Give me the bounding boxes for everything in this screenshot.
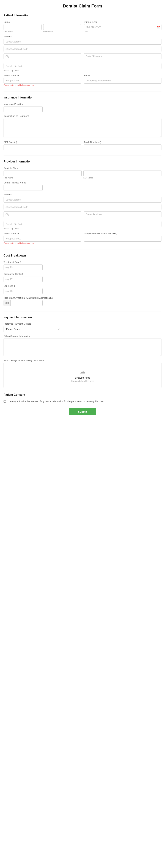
provider-postal-input[interactable] (4, 221, 161, 227)
cost-breakdown-section: Cost Breakdown Treatment Cost $ Diagnost… (4, 254, 161, 306)
treatment-cost-input[interactable] (4, 264, 43, 270)
dentist-name-label: Dentist's Name (4, 167, 161, 169)
npi-input[interactable] (84, 236, 161, 242)
provider-information-section: Provider Information Dentist's Name Firs… (4, 160, 161, 244)
provider-phone-input[interactable] (4, 236, 81, 242)
consent-row: I hereby authorize the release of my den… (4, 400, 161, 403)
address-label: Address (4, 35, 161, 38)
payment-section-title: Payment Information (4, 316, 161, 320)
consent-text: I hereby authorize the release of my den… (8, 400, 105, 403)
email-input[interactable] (84, 78, 161, 84)
provider-state-input[interactable] (84, 211, 161, 217)
cpt-tooth-row: CPT Code(s) Tooth Number(s) (4, 141, 161, 150)
insurance-information-section: Insurance Information Insurance Provider… (4, 96, 161, 150)
city-input[interactable] (4, 53, 81, 59)
provider-phone-hint: Please enter a valid phone number. (4, 242, 81, 244)
last-name-col: Last Name (43, 24, 81, 33)
treatment-cost-label: Treatment Cost $ (4, 261, 161, 264)
dentist-first-input[interactable] (4, 170, 82, 176)
provider-phone-col: Phone Number Please enter a valid phone … (4, 232, 81, 244)
provider-street2-input[interactable] (4, 204, 161, 210)
insurance-provider-input[interactable] (4, 106, 43, 112)
first-name-input[interactable] (4, 24, 42, 30)
name-col: Name First Name Last Name (4, 21, 81, 33)
cpt-col: CPT Code(s) (4, 141, 81, 150)
street2-input[interactable] (4, 46, 161, 52)
dob-sublabel: Date (84, 31, 161, 33)
browse-files-label[interactable]: Browse Files (7, 376, 158, 379)
street1-input[interactable] (4, 39, 161, 44)
last-name-input[interactable] (43, 24, 81, 30)
provider-phone-label: Phone Number (4, 232, 81, 235)
tooth-col: Tooth Number(s) (84, 141, 161, 150)
drag-hint: Drag and drop files here (7, 380, 158, 382)
payment-method-label: Preferred Payment Method (4, 322, 161, 325)
patient-consent-section: Patient Consent I hereby authorize the r… (4, 393, 161, 403)
description-group: Description of Treatment (4, 115, 161, 138)
phone-hint: Please enter a valid phone number. (4, 84, 81, 86)
name-field-group: Name First Name Last Name Date of Birth (4, 21, 161, 33)
payment-information-section: Payment Information Preferred Payment Me… (4, 316, 161, 388)
total-claim-wrapper: $ 0 (4, 300, 43, 306)
postal-sublabel: Postal / Zip Code (4, 69, 161, 72)
patient-information-section: Patient Information Name First Name Last… (4, 14, 161, 86)
phone-label: Phone Number (4, 74, 81, 77)
insurance-provider-label: Insurance Provider (4, 103, 161, 105)
dob-label: Date of Birth (84, 21, 161, 23)
page-title: Dentist Claim Form (4, 4, 161, 8)
phone-input[interactable] (4, 78, 81, 84)
description-label: Description of Treatment (4, 115, 161, 117)
cost-section-title: Cost Breakdown (4, 254, 161, 258)
total-claim-group: Total Claim Amount $ (Calculated Automat… (4, 297, 161, 306)
cpt-input[interactable] (4, 144, 81, 150)
provider-postal-sublabel: Postal / Zip Code (4, 227, 161, 230)
total-claim-label: Total Claim Amount $ (Calculated Automat… (4, 297, 161, 299)
npi-label: NPI (National Provider Identifier) (84, 232, 161, 235)
provider-address-label: Address (4, 193, 161, 196)
provider-city-col (4, 211, 81, 217)
patient-section-title: Patient Information (4, 14, 161, 18)
dentist-last-input[interactable] (83, 170, 161, 176)
dentist-last-sublabel: Last Name (83, 177, 161, 179)
submit-button[interactable]: Submit (69, 408, 96, 415)
diagnostic-cost-label: Diagnostic Costs $ (4, 273, 161, 275)
provider-phone-npi-row: Phone Number Please enter a valid phone … (4, 232, 161, 244)
provider-street1-input[interactable] (4, 197, 161, 203)
consent-checkbox[interactable] (4, 400, 6, 403)
total-claim-input[interactable] (11, 300, 42, 306)
dentist-first-sublabel: First Name (4, 177, 82, 179)
email-col: Email (84, 74, 161, 86)
dentist-name-group: Dentist's Name First Name Last Name (4, 167, 161, 179)
state-col (84, 53, 161, 59)
billing-contact-textarea[interactable] (4, 338, 161, 356)
billing-contact-label: Billing Contact Information (4, 335, 161, 337)
provider-address-group: Address Postal / Zip Code (4, 193, 161, 230)
lab-fees-input[interactable] (4, 288, 43, 294)
provider-section-title: Provider Information (4, 160, 161, 164)
provider-city-input[interactable] (4, 211, 81, 217)
treatment-cost-group: Treatment Cost $ (4, 261, 161, 270)
dentist-last-col: Last Name (83, 170, 161, 179)
tooth-label: Tooth Number(s) (84, 141, 161, 144)
tooth-input[interactable] (84, 144, 161, 150)
lab-fees-label: Lab Fees $ (4, 285, 161, 287)
address-field-group: Address Postal / Zip Code (4, 35, 161, 72)
state-input[interactable] (84, 53, 161, 59)
diagnostic-cost-input[interactable] (4, 276, 43, 282)
practice-input[interactable] (4, 185, 43, 191)
file-drop-area[interactable]: ☁ Browse Files Drag and drop files here (4, 363, 161, 388)
dob-input[interactable] (84, 24, 161, 30)
payment-method-select[interactable]: Please Select Check Direct Deposit Credi… (4, 326, 60, 332)
insurance-provider-group: Insurance Provider (4, 103, 161, 112)
practice-name-group: Dental Practice Name (4, 181, 161, 191)
first-name-col: First Name (4, 24, 42, 33)
city-col (4, 53, 81, 59)
cloud-upload-icon: ☁ (7, 368, 158, 375)
dentist-first-col: First Name (4, 170, 82, 179)
postal-input[interactable] (4, 63, 161, 69)
description-textarea[interactable] (4, 118, 161, 138)
total-prefix: $ 0 (4, 300, 11, 306)
insurance-section-title: Insurance Information (4, 96, 161, 100)
billing-contact-group: Billing Contact Information (4, 335, 161, 356)
file-attach-label: Attach X-rays or Supporting Documents (4, 359, 161, 362)
